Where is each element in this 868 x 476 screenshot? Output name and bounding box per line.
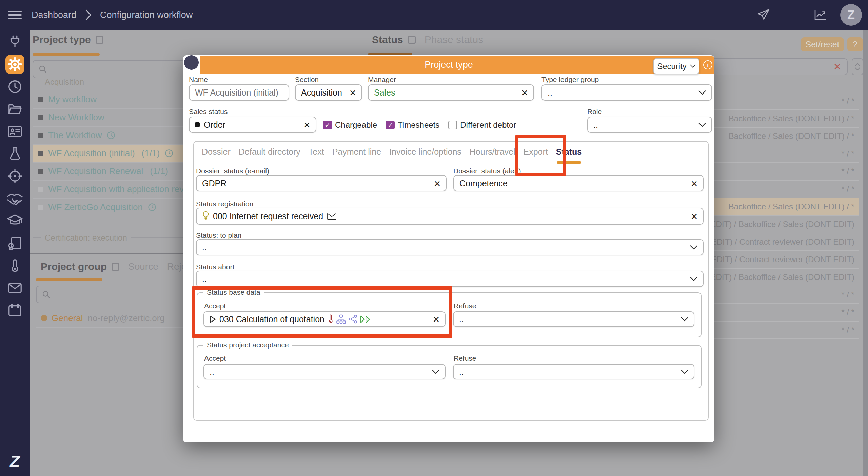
breadcrumb-dashboard[interactable]: Dashboard bbox=[32, 10, 76, 20]
name-field[interactable]: WF Acquisition (initial) bbox=[189, 84, 289, 101]
timesheets-checkbox[interactable]: Timesheets bbox=[386, 120, 439, 130]
analytics-icon bbox=[813, 8, 827, 22]
type-ledger-group-label: Type ledger group bbox=[541, 76, 599, 84]
status-row-text: * / * bbox=[841, 167, 854, 176]
top-bar: Dashboard Configuration workflow Z bbox=[0, 0, 868, 30]
security-button[interactable]: Security bbox=[653, 58, 699, 74]
clear-icon[interactable] bbox=[688, 178, 697, 189]
modal-title: Project type bbox=[183, 56, 714, 74]
clear-icon[interactable] bbox=[431, 178, 440, 189]
project-group-checkbox[interactable] bbox=[112, 263, 119, 271]
acceptance-refuse-select[interactable]: .. bbox=[453, 364, 694, 379]
chevron-down-icon bbox=[681, 370, 688, 374]
manager-field[interactable]: Sales bbox=[368, 84, 534, 101]
different-debtor-label: Different debtor bbox=[460, 120, 516, 130]
id-card-icon bbox=[7, 124, 23, 139]
tab-default-directory[interactable]: Default directory bbox=[238, 147, 301, 157]
role-select[interactable]: .. bbox=[587, 117, 712, 133]
group-acquisition-label: Acquisition bbox=[45, 77, 84, 87]
sidebar-item-dossiers[interactable] bbox=[5, 100, 24, 119]
sidebar-item-time[interactable] bbox=[5, 77, 24, 96]
sales-status-field[interactable]: Order bbox=[189, 117, 316, 133]
sidebar-item-education[interactable] bbox=[5, 211, 24, 230]
base-data-refuse-select[interactable]: .. bbox=[453, 311, 694, 327]
tab-payment-line[interactable]: Payment line bbox=[331, 147, 382, 157]
type-ledger-group-select[interactable]: .. bbox=[541, 84, 712, 101]
clear-icon[interactable] bbox=[518, 87, 528, 98]
clear-icon[interactable] bbox=[300, 119, 310, 130]
status-to-plan-label: Status: to plan bbox=[196, 231, 241, 240]
section-label: Section bbox=[295, 76, 319, 84]
project-group-email: no-reply@zertic.org bbox=[88, 313, 165, 324]
menu-icon[interactable] bbox=[8, 8, 22, 22]
checkbox-checked-icon bbox=[323, 121, 332, 129]
sidebar-item-lab[interactable] bbox=[5, 144, 24, 163]
tab-text[interactable]: Text bbox=[308, 147, 325, 157]
status-to-plan-select[interactable]: .. bbox=[196, 239, 704, 255]
set-reset-label: Set/reset bbox=[805, 40, 839, 49]
project-group-tab[interactable]: Project group bbox=[41, 261, 119, 272]
sidebar-item-partners[interactable] bbox=[5, 189, 24, 208]
sidebar-item-configuration[interactable] bbox=[5, 55, 24, 74]
sort-button[interactable] bbox=[852, 58, 863, 75]
sidebar-item-integrations[interactable] bbox=[5, 33, 24, 51]
breadcrumb-configuration-workflow: Configuration workflow bbox=[100, 10, 193, 20]
tab-dossier[interactable]: Dossier bbox=[201, 147, 232, 157]
target-icon bbox=[7, 168, 23, 184]
bullet-icon bbox=[38, 205, 43, 210]
project-type-tab-underline bbox=[33, 53, 100, 56]
set-reset-button[interactable]: Set/reset bbox=[801, 37, 844, 51]
calendar-icon bbox=[7, 303, 23, 318]
sidebar-item-certificates[interactable] bbox=[5, 234, 24, 253]
tab-hours-travel[interactable]: Hours/travel bbox=[469, 147, 516, 157]
section-field[interactable]: Acquisition bbox=[295, 84, 362, 101]
tab-phase-status[interactable]: Phase status bbox=[425, 34, 483, 45]
clear-icon[interactable] bbox=[346, 87, 356, 98]
sidebar-item-calendar[interactable] bbox=[5, 301, 24, 320]
analytics-button[interactable] bbox=[813, 8, 827, 22]
dossier-status-email-value: GDPR bbox=[202, 179, 226, 188]
clear-icon[interactable] bbox=[688, 211, 697, 222]
tab-invoice-line-options[interactable]: Invoice line/options bbox=[388, 147, 462, 157]
flask-icon bbox=[7, 146, 23, 162]
avatar-initial: Z bbox=[847, 8, 855, 22]
sidebar-item-contacts[interactable] bbox=[5, 122, 24, 141]
status-project-acceptance-fieldset: Status project acceptance Accept .. Refu… bbox=[197, 345, 702, 388]
acceptance-accept-select[interactable]: .. bbox=[203, 364, 446, 379]
status-registration-field[interactable]: 000 Internet request received bbox=[196, 208, 704, 225]
group-certification-label: Certification: execution bbox=[45, 233, 127, 243]
info-icon[interactable] bbox=[703, 60, 712, 69]
different-debtor-checkbox[interactable]: Different debtor bbox=[448, 120, 516, 130]
scrollbar[interactable] bbox=[863, 30, 868, 476]
tab-source[interactable]: Source bbox=[128, 261, 158, 272]
chargeable-checkbox[interactable]: Chargeable bbox=[323, 120, 377, 130]
screen: Project type Acquisition My workflow New… bbox=[0, 0, 868, 476]
avatar[interactable]: Z bbox=[840, 4, 862, 26]
help-button[interactable]: ? bbox=[847, 37, 863, 51]
graduation-cap-icon bbox=[7, 213, 23, 229]
tab-status-panel[interactable]: Status bbox=[372, 34, 403, 45]
dossier-status-alert-value: Competence bbox=[459, 179, 508, 188]
name-value: WF Acquisition (initial) bbox=[195, 88, 278, 98]
search-icon bbox=[38, 64, 47, 74]
project-type-checkbox[interactable] bbox=[96, 36, 103, 44]
sidebar-item-mail[interactable] bbox=[5, 278, 24, 297]
project-type-panel-title: Project type bbox=[33, 34, 103, 45]
bullet-icon bbox=[38, 151, 43, 156]
clear-filter-icon[interactable] bbox=[834, 61, 841, 73]
clock-icon bbox=[7, 79, 23, 95]
send-button[interactable] bbox=[757, 8, 770, 22]
status-abort-select[interactable]: .. bbox=[196, 271, 704, 287]
zertic-logo: Z bbox=[0, 452, 30, 471]
chevron-down-icon bbox=[690, 64, 696, 68]
dossier-status-email-field[interactable]: GDPR bbox=[196, 175, 447, 191]
bullet-icon bbox=[38, 97, 43, 102]
bulb-icon bbox=[202, 211, 210, 221]
sidebar-item-targets[interactable] bbox=[5, 167, 24, 186]
list-item-count: (1/1) bbox=[150, 166, 168, 177]
sidebar-item-temperature[interactable] bbox=[5, 256, 24, 275]
list-item-label: My workflow bbox=[48, 94, 97, 105]
dossier-status-alert-field[interactable]: Competence bbox=[453, 175, 704, 191]
list-item-label: WF ZerticGo Acquisition bbox=[48, 202, 143, 212]
status-checkbox[interactable] bbox=[408, 36, 416, 44]
